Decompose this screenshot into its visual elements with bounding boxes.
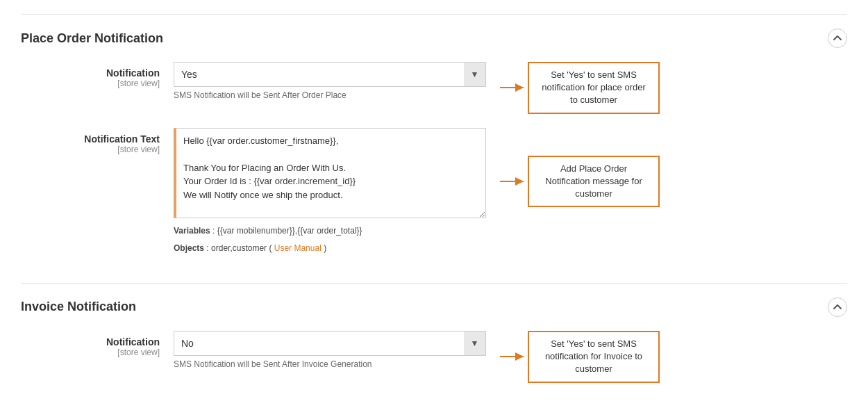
- notification-text-label-group: Notification Text [store view]: [21, 128, 174, 154]
- notification-select[interactable]: Yes No: [174, 62, 486, 87]
- notification-text-callout-wrapper: Add Place Order Notification message for…: [500, 156, 660, 208]
- notification-select-wrapper: Yes No ▼: [174, 62, 486, 87]
- variables-value: {{var mobilenumber}},{{var order_total}}: [217, 226, 362, 236]
- user-manual-link[interactable]: User Manual: [274, 243, 322, 253]
- invoice-notification-label-group: Notification [store view]: [21, 331, 174, 357]
- invoice-collapse-icon[interactable]: [828, 297, 847, 317]
- invoice-notification-label: Notification: [21, 336, 160, 348]
- place-order-title: Place Order Notification: [21, 31, 163, 46]
- notification-field-content: Yes No ▼ SMS Notification will be Sent A…: [174, 62, 486, 100]
- notification-text-callout-text: Add Place Order Notification message for…: [545, 163, 642, 199]
- variables-text: Variables : {{var mobilenumber}},{{var o…: [174, 224, 486, 238]
- callout-arrow2-icon: [500, 174, 528, 188]
- notification-label-group: Notification [store view]: [21, 62, 174, 88]
- invoice-chevron-up-icon: [832, 302, 843, 313]
- objects-paren-open: (: [269, 243, 272, 253]
- notification-hint: SMS Notification will be Sent After Orde…: [174, 90, 486, 100]
- notification-textarea[interactable]: Hello {{var order.customer_firstname}}, …: [174, 128, 486, 218]
- notification-callout-text: Set 'Yes' to sent SMS notification for p…: [542, 70, 646, 105]
- objects-value: order,customer: [211, 243, 267, 253]
- invoice-notification-row: Notification [store view] Yes No ▼ SMS N…: [21, 331, 847, 383]
- invoice-notification-field-content: Yes No ▼ SMS Notification will be Sent A…: [174, 331, 486, 369]
- invoice-title: Invoice Notification: [21, 300, 136, 314]
- objects-text: Objects : order,customer ( User Manual ): [174, 242, 486, 255]
- objects-label: Objects: [174, 243, 204, 253]
- invoice-section: Invoice Notification Notification [store…: [21, 283, 847, 411]
- invoice-notification-select[interactable]: Yes No: [174, 331, 486, 356]
- notification-text-callout-box: Add Place Order Notification message for…: [528, 156, 660, 208]
- invoice-notification-callout-box: Set 'Yes' to sent SMS notification for I…: [528, 331, 660, 383]
- invoice-notification-select-wrapper: Yes No ▼: [174, 331, 486, 356]
- notification-text-label: Notification Text: [21, 133, 160, 145]
- invoice-callout-arrow-icon: [500, 350, 528, 363]
- invoice-notification-scope: [store view]: [21, 348, 160, 357]
- invoice-section-header: Invoice Notification: [21, 297, 847, 317]
- page-wrapper: Place Order Notification Notification [s…: [0, 0, 868, 417]
- callout-arrow-icon: [500, 81, 528, 95]
- invoice-notification-callout-text: Set 'Yes' to sent SMS notification for I…: [545, 338, 642, 374]
- chevron-up-icon: [832, 33, 843, 44]
- notification-textarea-wrapper: Hello {{var order.customer_firstname}}, …: [174, 128, 486, 220]
- notification-text-field-content: Hello {{var order.customer_firstname}}, …: [174, 128, 486, 255]
- notification-label: Notification: [21, 67, 160, 79]
- invoice-notification-hint: SMS Notification will be Sent After Invo…: [174, 359, 486, 369]
- invoice-notification-callout-wrapper: Set 'Yes' to sent SMS notification for I…: [500, 331, 660, 383]
- notification-text-row: Notification Text [store view] Hello {{v…: [21, 128, 847, 255]
- place-order-section-header: Place Order Notification: [21, 28, 847, 48]
- objects-paren-close: ): [324, 243, 326, 253]
- notification-scope: [store view]: [21, 79, 160, 88]
- place-order-section: Place Order Notification Notification [s…: [21, 14, 847, 283]
- variables-label: Variables: [174, 226, 210, 236]
- notification-callout-box: Set 'Yes' to sent SMS notification for p…: [528, 62, 660, 114]
- notification-row: Notification [store view] Yes No ▼ SMS N…: [21, 62, 847, 114]
- notification-text-scope: [store view]: [21, 145, 160, 154]
- notification-callout-wrapper: Set 'Yes' to sent SMS notification for p…: [500, 62, 660, 114]
- variables-colon: :: [212, 226, 217, 236]
- place-order-collapse-icon[interactable]: [828, 28, 847, 48]
